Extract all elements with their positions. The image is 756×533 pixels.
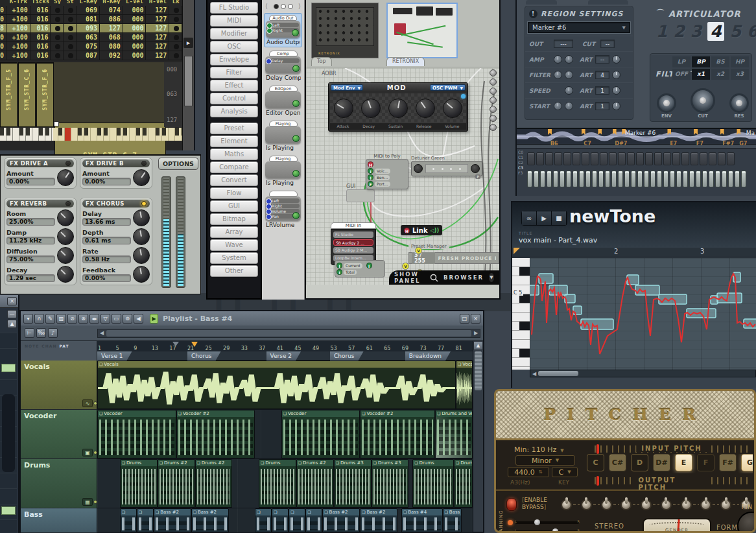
slice-pad[interactable]: [709, 171, 714, 187]
slice-pad[interactable]: [636, 152, 644, 165]
slice-pad[interactable]: [718, 152, 726, 165]
slice-pad[interactable]: [670, 171, 675, 187]
slice-pad[interactable]: [715, 171, 720, 187]
slice-pad[interactable]: [657, 171, 662, 187]
pattern-clip[interactable]: Drums: [412, 459, 454, 508]
active-key[interactable]: [65, 128, 71, 141]
playlist-titlebar[interactable]: ▾∩✎▨⊘⊗◂▸▽▭⊚◀ ▶ Playlist - Bass #4 □ ×: [21, 311, 483, 326]
slice-pad[interactable]: [676, 171, 681, 187]
toolbar-icon[interactable]: ◀: [134, 314, 143, 324]
slice-pad[interactable]: [631, 171, 636, 187]
filter-mode-button[interactable]: OFF: [672, 69, 691, 80]
collapse-down-icon[interactable]: ▼: [489, 273, 494, 282]
piano-keyboard[interactable]: [0, 128, 183, 141]
amp-knob[interactable]: [554, 55, 562, 64]
band-switch[interactable]: [720, 499, 731, 510]
slice-pad[interactable]: [527, 171, 532, 187]
filter-knob[interactable]: [565, 71, 573, 79]
pattern-clip[interactable]: Bass #4: [401, 508, 443, 532]
filter-mode-button[interactable]: BP: [692, 56, 710, 67]
slice-pad[interactable]: [540, 171, 545, 187]
param-knob[interactable]: [57, 209, 74, 226]
slice-pad[interactable]: [672, 152, 680, 165]
slice-pad[interactable]: [598, 171, 604, 187]
category-item[interactable]: FL Studio: [210, 2, 258, 14]
slice-pad[interactable]: [722, 171, 727, 187]
band-switch[interactable]: [601, 499, 612, 510]
bass-lane[interactable]: Bass #2 Bass #2: [97, 508, 473, 533]
filter-mode-button[interactable]: BS: [711, 56, 729, 67]
patcher-canvas[interactable]: AOBR Mod Env▼ MOD OSC PWM▼ AttackDecaySu…: [306, 68, 499, 285]
slice-pad[interactable]: [696, 171, 701, 187]
out-value[interactable]: ---: [554, 40, 573, 48]
category-item[interactable]: Compare: [210, 161, 258, 173]
search-icon[interactable]: [430, 274, 438, 282]
min-freq-dropdown[interactable]: Min: 110 Hz▼: [514, 445, 564, 454]
slice-pad[interactable]: [545, 152, 553, 165]
start-knob[interactable]: [554, 102, 562, 110]
articulator-digit[interactable]: 5: [730, 22, 741, 41]
midi-in-node[interactable]: MIDI In FL StudioSB Audigy 2 ...SB Audig…: [331, 222, 376, 265]
fx-reverb-led[interactable]: [65, 201, 71, 206]
slice-pad[interactable]: [735, 171, 740, 187]
close-icon[interactable]: ×: [7, 297, 17, 305]
slice-pad[interactable]: [618, 152, 626, 165]
slice-pad[interactable]: [650, 171, 656, 187]
vocoder-track-icon[interactable]: ▣: [82, 449, 93, 456]
region-tab[interactable]: Verse 1: [97, 351, 132, 361]
marker-dropdown[interactable]: Marker #6▼: [528, 22, 630, 33]
pattern-clip[interactable]: Vocoder #2: [360, 410, 435, 458]
region-tab[interactable]: Chorus: [330, 351, 364, 361]
category-item[interactable]: Preset: [210, 123, 258, 134]
newtone-scrollbar[interactable]: ◀: [530, 370, 756, 377]
osc-pwm-dropdown[interactable]: OSC PWM▼: [430, 84, 466, 91]
param-knob[interactable]: [133, 169, 150, 186]
enable-bypass-toggle[interactable]: [506, 498, 517, 511]
param-knob[interactable]: [133, 228, 150, 245]
midi-to-poly-node[interactable]: MIDI to Poly H IVoic... IBen... FPort...: [366, 154, 408, 189]
mod-knob[interactable]: [443, 99, 462, 118]
amp-knob[interactable]: [565, 55, 573, 64]
filter-mode-button[interactable]: HP: [731, 56, 749, 67]
sample-zone[interactable]: SYM_STR_F_5: [0, 62, 18, 127]
slice-pad[interactable]: [637, 171, 643, 187]
slice-pad[interactable]: [573, 171, 578, 187]
slice-pad[interactable]: [579, 171, 584, 187]
slice-pad[interactable]: [592, 171, 597, 187]
note-key[interactable]: F#: [719, 454, 737, 471]
param-knob[interactable]: [133, 266, 150, 283]
vertical-scrollbar[interactable]: ▲: [473, 341, 483, 532]
track-header-vocals[interactable]: Vocals ∿: [21, 361, 97, 410]
palette-node-card[interactable]: Comp Delay Delay Comp...: [264, 49, 302, 82]
zone-row[interactable]: 0 +100 016 081 086 000 127 0: [0, 15, 194, 24]
toolbar-icon[interactable]: ▭: [112, 314, 121, 324]
pattern-clip[interactable]: Bass #2: [360, 508, 397, 532]
category-item[interactable]: Wave: [210, 239, 258, 251]
slice-pad[interactable]: [536, 152, 544, 165]
start-art-knob[interactable]: [612, 102, 620, 110]
newtone-timeline[interactable]: 23: [512, 248, 756, 257]
midi-device-item[interactable]: SB Audigy 2 ...: [333, 239, 373, 246]
pattern-clip[interactable]: Bass #2: [191, 508, 229, 532]
audio-clip[interactable]: Vocals: [97, 361, 456, 409]
zone-row[interactable]: 0 +100 016 069 074 000 127 0: [0, 6, 194, 15]
collapse-icon[interactable]: ▲: [7, 320, 17, 328]
pattern-clip[interactable]: Vocoder: [97, 410, 176, 458]
filter-art-knob[interactable]: [612, 71, 620, 79]
fx-chorus-led[interactable]: [141, 201, 147, 206]
pattern-clip[interactable]: [305, 508, 322, 532]
vocoder-lane[interactable]: Vocoder Vocoder #2 Vocoder Vocod: [97, 410, 473, 459]
pattern-clip[interactable]: Drums #3: [372, 459, 409, 508]
pattern-clip[interactable]: [120, 508, 137, 532]
key-dropdown[interactable]: C▼: [552, 467, 578, 477]
env-knob[interactable]: ENV: [657, 93, 676, 119]
band-switch[interactable]: [620, 499, 632, 510]
category-item[interactable]: GUI: [210, 200, 258, 212]
mod-knob[interactable]: [361, 99, 381, 118]
pattern-clip[interactable]: Bass #2: [154, 508, 191, 532]
category-item[interactable]: Modifier: [210, 28, 258, 40]
zone-row[interactable]: 0 +100 016 087 092 000 127 0: [0, 51, 194, 60]
category-item[interactable]: Array: [210, 226, 258, 238]
pattern-clip[interactable]: Vocoder: [281, 410, 360, 458]
clip-fragment[interactable]: [1, 506, 16, 515]
